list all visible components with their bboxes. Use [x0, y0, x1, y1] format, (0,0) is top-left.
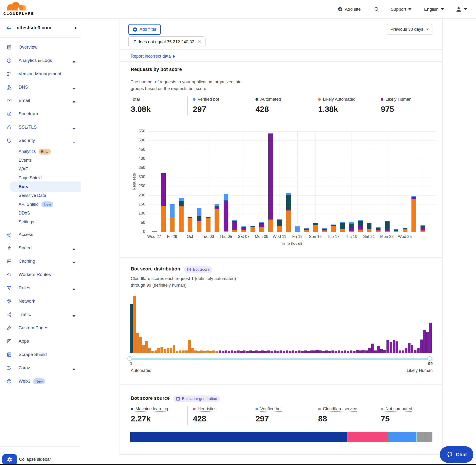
- sidebar-item-apps[interactable]: Apps: [0, 336, 81, 346]
- chart-bar-segment: [394, 229, 398, 230]
- x-tick: Sat 07: [234, 234, 253, 239]
- sidebar-item-speed[interactable]: Speed: [0, 243, 81, 253]
- sidebar-item-analytics-logs[interactable]: Analytics & Logs: [0, 55, 81, 66]
- sidebar-item-access[interactable]: Access: [0, 229, 81, 240]
- bot-score-generation-badge[interactable]: Bot score generation: [173, 395, 220, 402]
- x-axis-label: Time (local): [208, 241, 375, 246]
- chevron-down-icon: [72, 247, 75, 252]
- histogram-bar: [286, 350, 288, 353]
- chart-bar-segment: [295, 232, 300, 232]
- collapse-sidebar-button[interactable]: Collapse sidebar: [19, 457, 51, 462]
- slider-handle-max[interactable]: [427, 356, 432, 361]
- histogram-bar: [234, 351, 236, 353]
- date-range-select[interactable]: Previous 30 days: [387, 24, 433, 35]
- stat-label[interactable]: Likely Automated: [318, 96, 378, 102]
- chart-bar-segment: [403, 229, 407, 229]
- account-menu[interactable]: [455, 0, 467, 19]
- web3-icon: [6, 379, 12, 384]
- stat-label[interactable]: Automated: [255, 96, 315, 102]
- requests-card-desc: The number of requests to your applicati…: [131, 80, 242, 85]
- source-bar-segment: [348, 432, 388, 442]
- score-range-slider[interactable]: [130, 358, 433, 360]
- chart-bar-segment: [214, 208, 219, 209]
- sidebar-item-email[interactable]: Email: [0, 95, 81, 106]
- histogram-bar: [347, 351, 349, 353]
- chart-bar-segment: [161, 206, 166, 232]
- sidebar-item-traffic[interactable]: Traffic: [0, 309, 81, 320]
- sidebar-item-caching[interactable]: Caching: [0, 256, 81, 266]
- stat-label[interactable]: Verified bot: [255, 406, 315, 412]
- gridline: [154, 131, 154, 232]
- sidebar-item-dns[interactable]: DNS: [0, 82, 81, 92]
- gridline: [148, 131, 435, 132]
- histogram-bar: [231, 350, 233, 353]
- sidebar-item-spectrum[interactable]: Spectrum: [0, 109, 81, 119]
- stat-label[interactable]: Verified bot: [193, 96, 252, 102]
- gridline: [333, 131, 333, 232]
- requests-card-desc: groups based on the requests bot score.: [131, 86, 207, 91]
- chevron-down-icon: [72, 60, 75, 64]
- cloudflare-logo[interactable]: CLOUDFLARE: [3, 1, 31, 18]
- sidebar-item-network[interactable]: Network: [0, 296, 81, 306]
- stat-label[interactable]: Likely Human: [381, 96, 440, 102]
- slider-handle-min[interactable]: [127, 356, 132, 361]
- y-axis-label: Requests: [132, 170, 137, 194]
- y-tick: 100: [129, 211, 145, 216]
- chart-bar-segment: [412, 197, 416, 198]
- chevron-down-icon: [72, 287, 75, 291]
- stat-label[interactable]: Heuristics: [193, 406, 252, 412]
- x-tick: Fri 29: [163, 234, 182, 239]
- language-menu[interactable]: English: [424, 0, 444, 19]
- gridline: [387, 131, 387, 232]
- histogram-bar: [280, 350, 282, 353]
- chart-bar-segment: [313, 223, 318, 225]
- stat-label[interactable]: Cloudflare service: [318, 406, 378, 412]
- chart-bar-segment: [304, 229, 309, 230]
- legend-dot: [131, 408, 133, 410]
- stat-label[interactable]: Not computed: [381, 406, 440, 412]
- overview-icon: [6, 44, 12, 50]
- requests-chart[interactable]: Requests Time (local) 050100150200250300…: [129, 111, 440, 250]
- bot-score-badge[interactable]: Bot Score: [184, 266, 212, 273]
- histogram-bar: [182, 350, 185, 353]
- site-selector[interactable]: cftestsite3.com: [0, 19, 81, 38]
- chart-bar-segment: [286, 193, 291, 195]
- report-incorrect-data-link[interactable]: Report incorrect data: [131, 54, 175, 59]
- source-chart[interactable]: [130, 432, 433, 442]
- distribution-chart[interactable]: [128, 295, 435, 354]
- chat-button[interactable]: Chat: [440, 446, 473, 463]
- security-icon: [6, 138, 12, 143]
- stat-label[interactable]: Machine learning: [131, 406, 190, 412]
- sidebar-item-scrape-shield[interactable]: Scrape Shield: [0, 349, 81, 360]
- support-menu[interactable]: Support: [391, 0, 412, 19]
- search-icon: [374, 6, 380, 12]
- add-site-button[interactable]: Add site: [338, 0, 361, 19]
- filter-chip[interactable]: IP does not equal 35.212.240.32: [128, 36, 205, 47]
- settings-gear-button[interactable]: [2, 454, 17, 465]
- zaraz-icon: [6, 365, 12, 370]
- sidebar-item-zaraz[interactable]: Zaraz: [0, 363, 81, 373]
- legend-dot: [318, 98, 321, 101]
- x-tick: Wed 25: [395, 234, 414, 239]
- search-button[interactable]: [374, 0, 380, 19]
- sidebar-item-version-management[interactable]: Version Management: [0, 69, 81, 79]
- cloudflare-cloud-icon: [3, 1, 31, 11]
- sidebar-item-workers-routes[interactable]: Workers Routes: [0, 269, 81, 280]
- sidebar-item-web3[interactable]: Web3New: [0, 376, 81, 386]
- sidebar-item-security[interactable]: Security: [0, 135, 81, 146]
- remove-filter-icon[interactable]: [198, 40, 201, 44]
- sidebar-item-settings[interactable]: Settings: [0, 217, 81, 227]
- sidebar-item-rules[interactable]: Rules: [0, 283, 81, 293]
- x-tick: Tue 17: [324, 234, 343, 239]
- add-filter-button[interactable]: Add filter: [128, 24, 161, 35]
- slider-min-caption: Automated: [131, 368, 151, 373]
- sidebar-item-overview[interactable]: Overview: [0, 42, 81, 52]
- sidebar-item-custom-pages[interactable]: Custom Pages: [0, 323, 81, 333]
- back-icon[interactable]: [6, 25, 12, 32]
- chart-bar-segment: [403, 229, 407, 232]
- sidebar-item-ssl-tls[interactable]: SSL/TLS: [0, 122, 81, 132]
- chart-bar-segment: [268, 220, 273, 232]
- chart-bar-segment: [259, 222, 264, 223]
- y-tick: 300: [129, 175, 145, 179]
- sidebar-item-label: SSL/TLS: [19, 122, 37, 132]
